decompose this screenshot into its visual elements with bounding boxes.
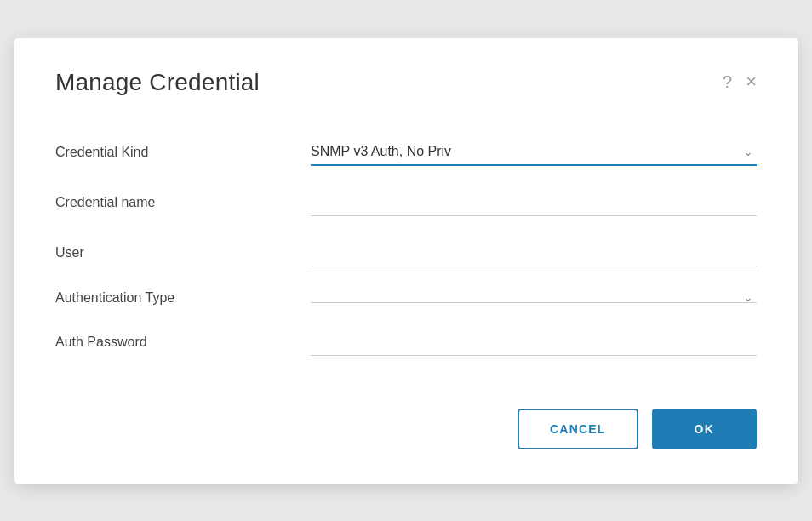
form-row-auth-password: Auth Password	[55, 318, 757, 368]
user-input[interactable]	[311, 240, 757, 266]
cancel-button[interactable]: CANCEL	[518, 409, 638, 449]
credential-kind-select[interactable]: SNMP v3 Auth, No Priv ⌄	[311, 139, 757, 166]
field-user[interactable]	[311, 240, 757, 266]
form-row-credential-name: Credential name	[55, 178, 757, 228]
label-authentication-type: Authentication Type	[55, 290, 311, 306]
credential-kind-value: SNMP v3 Auth, No Priv	[311, 144, 451, 159]
credential-name-input[interactable]	[311, 190, 757, 216]
field-auth-password[interactable]	[311, 329, 757, 356]
dialog-header-actions: ? ×	[723, 72, 757, 92]
field-credential-name[interactable]	[311, 190, 757, 216]
field-credential-kind[interactable]: SNMP v3 Auth, No Priv ⌄	[311, 139, 757, 166]
help-icon[interactable]: ?	[723, 72, 732, 92]
dialog-header: Manage Credential ? ×	[55, 69, 757, 96]
dialog-footer: CANCEL OK	[55, 409, 757, 449]
label-user: User	[55, 245, 311, 260]
ok-button[interactable]: OK	[652, 409, 757, 449]
label-credential-name: Credential name	[55, 195, 311, 210]
dialog-title: Manage Credential	[55, 69, 260, 96]
form-body: Credential Kind SNMP v3 Auth, No Priv ⌄ …	[55, 127, 757, 368]
close-icon[interactable]: ×	[746, 72, 757, 91]
authentication-type-select[interactable]: ⌄	[311, 292, 757, 303]
form-row-authentication-type: Authentication Type ⌄	[55, 278, 757, 318]
credential-kind-display[interactable]: SNMP v3 Auth, No Priv	[311, 139, 757, 164]
label-auth-password: Auth Password	[55, 335, 311, 350]
label-credential-kind: Credential Kind	[55, 145, 311, 160]
authentication-type-display[interactable]	[311, 292, 757, 302]
form-row-credential-kind: Credential Kind SNMP v3 Auth, No Priv ⌄	[55, 127, 757, 178]
manage-credential-dialog: Manage Credential ? × Credential Kind SN…	[14, 38, 798, 484]
dialog-overlay: Manage Credential ? × Credential Kind SN…	[0, 0, 812, 521]
form-row-user: User	[55, 228, 757, 278]
auth-password-input[interactable]	[311, 329, 757, 356]
field-authentication-type[interactable]: ⌄	[311, 292, 757, 303]
